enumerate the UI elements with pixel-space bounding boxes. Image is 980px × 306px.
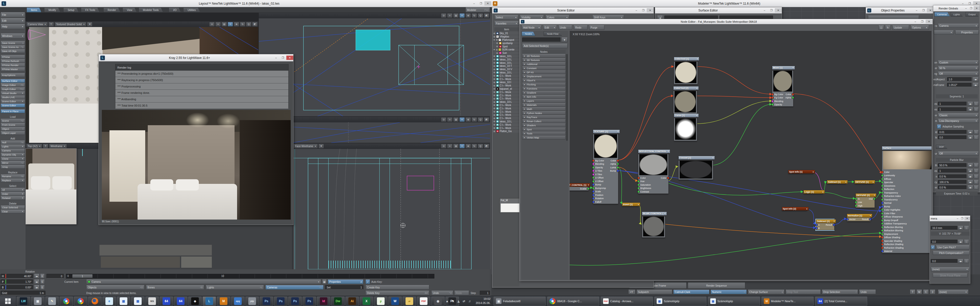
node-colortool-2-[interactable]: ColorTool (2)▲: [673, 86, 697, 114]
view-type-dropdown[interactable]: Camera View▼: [26, 22, 48, 27]
taskbar-folder-icon[interactable]: ▰: [403, 296, 416, 306]
expand-icon[interactable]: ▼: [493, 49, 495, 51]
envelope-button[interactable]: E: [974, 130, 979, 134]
extra-dropdown[interactable]: ▼: [318, 144, 324, 148]
ne-category-functions[interactable]: ►Functions: [522, 87, 566, 90]
node-titlebar[interactable]: Spot Info (1)▲: [788, 170, 815, 174]
envelope-button[interactable]: E: [974, 169, 979, 173]
envelope-button[interactable]: E: [964, 240, 969, 244]
rg-select-low-discrepancy[interactable]: Low-Discrepancy▼: [938, 119, 979, 123]
ne-toolbar-options[interactable]: Options▼: [911, 25, 929, 30]
frame-field[interactable]: 0: [46, 274, 64, 279]
scene-item[interactable]: ⊕▣lakas_10:L: [493, 120, 519, 124]
start-button[interactable]: [0, 296, 16, 306]
tab-render[interactable]: Render: [103, 7, 121, 13]
mini-slider[interactable]: ◂▸: [958, 259, 963, 263]
node-collapse-icon[interactable]: ▼: [616, 130, 619, 132]
input-port[interactable]: [881, 233, 883, 235]
scene-item[interactable]: ⊕✚C:\-- Work: [493, 114, 519, 117]
mini-slider[interactable]: ◂▸: [973, 77, 979, 81]
timeline-handle[interactable]: 1: [72, 274, 93, 278]
ne-category-2d-textures[interactable]: ►2D Textures: [522, 54, 566, 58]
node-collapse-icon[interactable]: ▼: [587, 184, 589, 186]
plus-icon[interactable]: ⊕: [493, 104, 495, 106]
sidebar-item-save-scene-as[interactable]: Save Scene As^S: [0, 45, 25, 49]
taskbar-floppy-64-icon[interactable]: 64: [160, 296, 173, 306]
node-fresnel-2-[interactable]: Fresnel (2)▲: [678, 156, 713, 180]
close-button[interactable]: ✕: [775, 8, 782, 13]
input-port[interactable]: [638, 180, 640, 182]
node-collapse-icon[interactable]: ▼: [667, 151, 669, 152]
taskbar-window-1[interactable]: 08A18 - Google C...: [547, 296, 599, 306]
taskbar-scanner-icon[interactable]: ✎: [45, 296, 59, 306]
scene-item[interactable]: ⊕✦Vilagitas: [493, 35, 519, 38]
scene-item[interactable]: ⊕✚C:\-- Work: [493, 78, 519, 81]
ne-category-tools[interactable]: ►Tools: [522, 132, 566, 135]
delete-key-button[interactable]: Delete Keydel: [366, 291, 429, 295]
scene-item[interactable]: ▼⊕✦Plafonspot: [493, 38, 519, 42]
scene-item[interactable]: ⊕✚C:\-- Work: [493, 104, 519, 107]
ne-category-python-nodes[interactable]: ►Python Nodes: [522, 111, 566, 115]
render-globals-window[interactable]: Render Globals–❐✕CamerasLightsOutputraCa…: [933, 5, 980, 192]
rotation-h-value[interactable]: 46.80°: [6, 274, 33, 279]
node-collapse-icon[interactable]: ▲: [872, 181, 874, 183]
maximize-button[interactable]: ❐: [920, 8, 927, 13]
ne-category-flocking[interactable]: ►Flocking: [522, 82, 566, 86]
scene-item[interactable]: ⊕▣lakas_10:L: [493, 100, 519, 104]
envelope-button[interactable]: E: [974, 102, 979, 106]
ne-scrollbar[interactable]: [566, 54, 568, 141]
scene-item[interactable]: ⊕✚C:\-- Work: [493, 107, 519, 110]
node-blur-control-1-[interactable]: BLUR_CONTROL (1)▲: [642, 212, 665, 238]
viewport-icon-⊕[interactable]: ⊕: [466, 117, 471, 122]
taskbar-excel-icon[interactable]: X: [360, 296, 373, 306]
output-port[interactable]: [873, 198, 875, 200]
input-port[interactable]: [881, 223, 883, 225]
viewport-icon-Q[interactable]: Q: [478, 117, 483, 122]
viewport-move-icon[interactable]: ✛: [460, 13, 465, 18]
envelope-button[interactable]: E: [974, 174, 979, 179]
viewport-icon-Q[interactable]: Q: [478, 13, 483, 18]
envelope-button[interactable]: E: [974, 180, 979, 184]
input-port[interactable]: [881, 243, 883, 245]
node-texture-1-[interactable]: TEXTURE (1)▼Bg ColorColorBlendingAlphaOp…: [593, 130, 618, 204]
plus-icon[interactable]: ⊕: [493, 94, 495, 97]
cp-field[interactable]: 0.0: [931, 240, 957, 244]
minimize-button[interactable]: –: [761, 8, 768, 13]
viewport-icon-◩[interactable]: ◩: [484, 13, 489, 18]
tray-icon-4[interactable]: ♫: [467, 299, 472, 304]
sidebar-item-replace[interactable]: Replace▼: [0, 179, 25, 182]
rg-dof-tab[interactable]: DOF: [936, 145, 947, 149]
cp-field[interactable]: 0.0: [931, 259, 957, 263]
node-diffuse-1-[interactable]: DIFFUSE (1)▲: [854, 180, 873, 184]
node-subtract-1-[interactable]: Subtract (1)▲: [827, 180, 846, 184]
scene-item[interactable]: ⊕✚C:\-- Work: [493, 84, 519, 87]
viewport-icon-⊙[interactable]: ⊙: [209, 22, 215, 27]
input-port[interactable]: [881, 192, 883, 194]
mode-chip-C[interactable]: C: [923, 290, 929, 294]
taskbar-lightwave-modeler-icon[interactable]: M: [217, 296, 230, 306]
mini-slider[interactable]: ◂▸: [973, 83, 979, 87]
sidebar-menu-file[interactable]: File▼: [0, 12, 25, 17]
scene-item[interactable]: ⊕▣lakas_10:L: [493, 55, 519, 58]
taskbar-chrome-icon[interactable]: [60, 296, 73, 306]
input-port[interactable]: [592, 170, 594, 172]
viewport-icon-▤[interactable]: ▤: [453, 144, 458, 148]
rg-field[interactable]: 50.0 %: [938, 163, 966, 167]
input-port[interactable]: [772, 103, 773, 106]
plus-icon[interactable]: ⊕: [493, 75, 495, 77]
camera-panel-window[interactable]: mera–❐✕16.0 mm◂▸EV: 102.75° × 79.68°0.0◂…: [929, 216, 970, 284]
rg-properties-button[interactable]: Properties: [955, 30, 979, 35]
output-port[interactable]: [833, 224, 835, 226]
rg-tab-lights[interactable]: Lights: [951, 12, 963, 17]
mini-slider[interactable]: ◂▸: [967, 135, 973, 140]
modeler-tool-change-surface[interactable]: Change Surfaceq: [748, 290, 784, 294]
tab-view[interactable]: View: [123, 7, 137, 13]
sidebar-item-null[interactable]: Null^N: [0, 141, 25, 144]
input-port[interactable]: [881, 240, 883, 242]
taskbar-internet-explorer-icon[interactable]: e: [103, 296, 116, 306]
sidebar-item-save-scene[interactable]: Save Scenes: [0, 41, 25, 45]
plus-icon[interactable]: ⊕: [493, 101, 495, 103]
close-button[interactable]: ✕: [286, 55, 293, 60]
viewport-br-content[interactable]: [293, 149, 490, 269]
input-port[interactable]: [881, 247, 883, 249]
